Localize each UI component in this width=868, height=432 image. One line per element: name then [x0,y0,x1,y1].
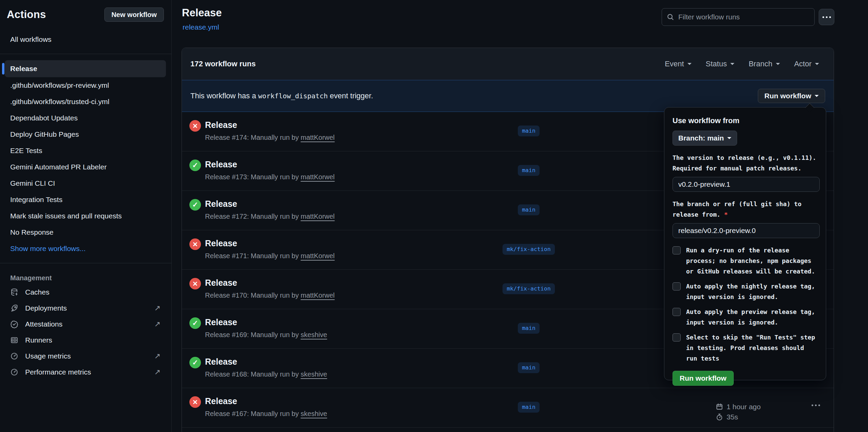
preview-tag-checkbox[interactable] [673,308,681,316]
branch-badge[interactable]: mk/fix-action [503,283,555,294]
dry-run-checkbox-row: Run a dry-run of the release process; no… [673,245,818,277]
calendar-icon [716,403,723,411]
sidebar-item-deploy-github-pages[interactable]: Deploy GitHub Pages [5,126,166,143]
branch-filter-dropdown[interactable]: Branch [749,60,780,68]
chevron-down-icon [727,137,731,141]
sidebar-item-dependabot-updates[interactable]: Dependabot Updates [5,110,166,126]
stopwatch-icon [716,413,723,421]
external-link-icon: ↗ [154,304,160,313]
workflow-file-link[interactable]: release.yml [183,23,219,31]
sidebar-item-e2e-tests[interactable]: E2E Tests [5,143,166,159]
run-title[interactable]: Release [205,396,237,406]
chevron-down-icon [815,63,819,67]
dry-run-checkbox[interactable] [673,246,681,254]
ref-input[interactable] [673,223,820,238]
filter-label: Status [706,60,727,68]
branch-badge[interactable]: mk/fix-action [503,244,555,255]
actor-link[interactable]: mattKorwel [301,213,335,220]
filter-runs-field [662,8,815,26]
filter-label: Actor [794,60,812,68]
branch-select-label: Branch: main [678,134,724,142]
runs-list-header: 172 workflow runs Event Status Branch Ac… [182,48,834,80]
version-input[interactable] [673,177,820,192]
sidebar-item-performance-metrics[interactable]: Performance metrics ↗ [5,364,166,380]
cache-database-icon [10,288,18,296]
branch-badge[interactable]: main [518,323,540,334]
run-title[interactable]: Release [205,357,237,367]
branch-badge[interactable]: main [518,126,540,136]
event-filter-dropdown[interactable]: Event [665,60,691,68]
actor-link[interactable]: skeshive [301,370,327,378]
skip-tests-checkbox-row: Select to skip the "Run Tests" step in t… [673,332,818,364]
run-subtitle: Release #171: Manually run by mattKorwel [205,252,335,260]
run-title[interactable]: Release [205,160,237,169]
actor-link[interactable]: skeshive [301,331,327,338]
sidebar-item-integration-tests[interactable]: Integration Tests [5,192,166,208]
branch-badge[interactable]: main [518,362,540,373]
actor-link[interactable]: mattKorwel [301,173,335,181]
checkbox-label[interactable]: Auto apply the preview release tag, inpu… [686,306,818,328]
sidebar-item-caches[interactable]: Caches [5,284,166,300]
run-status-success-icon [189,317,201,329]
workflow-run-row[interactable] [182,428,834,432]
run-title[interactable]: Release [205,120,237,130]
sidebar-item-runners[interactable]: Runners [5,332,166,348]
run-status-success-icon [189,199,201,211]
filter-workflow-runs-input[interactable] [678,13,810,21]
run-title[interactable]: Release [205,317,237,327]
branch-badge[interactable]: main [518,402,540,413]
run-workflow-label: Run workflow [764,92,811,100]
checkbox-label[interactable]: Run a dry-run of the release process; no… [686,245,818,277]
skip-tests-checkbox[interactable] [673,333,681,342]
branch-select-button[interactable]: Branch: main [673,131,737,146]
runs-count: 172 workflow runs [190,60,256,68]
run-subtitle: Release #170: Manually run by mattKorwel [205,292,335,299]
sidebar-item-attestations[interactable]: Attestations ↗ [5,316,166,332]
external-link-icon: ↗ [154,320,160,329]
page-title: Release [182,7,222,19]
actor-link[interactable]: skeshive [301,410,327,417]
required-asterisk: * [724,211,728,218]
workflow-run-row[interactable]: Release Release #167: Manually run by sk… [182,388,834,428]
run-workflow-submit-button[interactable]: Run workflow [673,371,734,386]
sidebar-item-no-response[interactable]: No Response [5,224,166,240]
checkbox-label[interactable]: Auto apply the nightly release tag, inpu… [686,281,818,302]
nightly-tag-checkbox[interactable] [673,282,681,290]
branch-badge[interactable]: main [518,165,540,176]
filter-label: Branch [749,60,772,68]
sidebar-title: Actions [7,9,46,21]
run-workflow-dropdown-button[interactable]: Run workflow [758,89,825,103]
run-status-failure-icon [189,278,201,289]
sidebar-item-mark-stale[interactable]: Mark stale issues and pull requests [5,208,166,224]
checkbox-label[interactable]: Select to skip the "Run Tests" step in t… [686,332,818,364]
run-subtitle: Release #172: Manually run by mattKorwel [205,213,335,220]
actor-link[interactable]: mattKorwel [301,292,335,299]
sidebar-item-label: Performance metrics [25,368,148,376]
sidebar-item-gemini-pr-labeler[interactable]: Gemini Automated PR Labeler [5,159,166,175]
actor-filter-dropdown[interactable]: Actor [794,60,819,68]
chevron-down-icon [776,63,780,67]
workflow-options-kebab-button[interactable] [819,9,834,25]
new-workflow-button[interactable]: New workflow [104,7,164,22]
run-workflow-popover: Use workflow from Branch: main The versi… [664,107,826,380]
sidebar-divider [0,54,171,54]
run-title[interactable]: Release [205,278,237,288]
external-link-icon: ↗ [154,352,160,361]
actor-link[interactable]: mattKorwel [301,134,335,141]
show-more-workflows-link[interactable]: Show more workflows... [5,240,166,257]
run-title[interactable]: Release [205,238,237,248]
sidebar-item-pr-review[interactable]: .github/workflows/pr-review.yml [5,77,166,94]
sidebar-item-usage-metrics[interactable]: Usage metrics ↗ [5,348,166,364]
sidebar-item-all-workflows[interactable]: All workflows [5,31,166,48]
status-filter-dropdown[interactable]: Status [706,60,734,68]
sidebar-item-gemini-cli-ci[interactable]: Gemini CLI CI [5,175,166,192]
sidebar-item-trusted-ci[interactable]: .github/workflows/trusted-ci.yml [5,94,166,110]
run-title[interactable]: Release [205,199,237,209]
actor-link[interactable]: mattKorwel [301,252,335,260]
run-subtitle: Release #169: Manually run by skeshive [205,331,327,339]
run-status-failure-icon [189,120,201,132]
branch-badge[interactable]: main [518,204,540,215]
sidebar-item-release[interactable]: Release [5,60,166,77]
sidebar-item-deployments[interactable]: Deployments ↗ [5,300,166,316]
run-options-kebab-button[interactable] [812,404,820,406]
